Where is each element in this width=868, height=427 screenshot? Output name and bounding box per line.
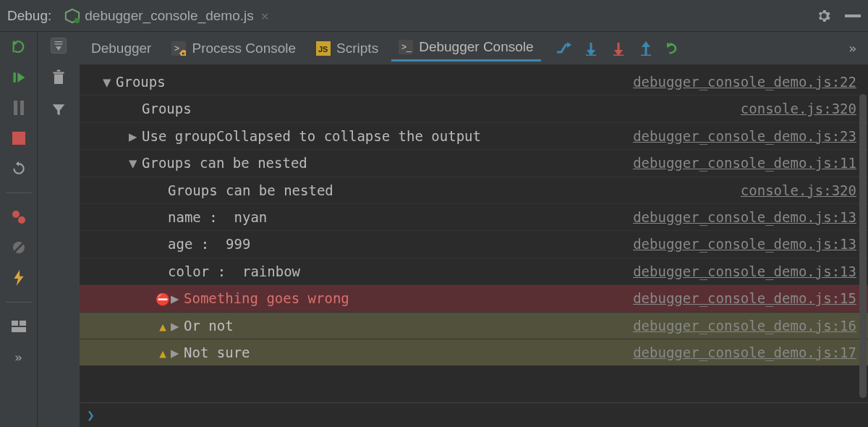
console-entry[interactable]: color : rainbowdebugger_console_demo.js:… (80, 258, 868, 284)
caret-down-icon[interactable]: ▼ (103, 71, 116, 93)
debug-left-toolbar: » (0, 32, 38, 427)
source-link[interactable]: debugger_console_demo.js:11 (633, 152, 856, 174)
entry-text: Not sure (184, 342, 626, 363)
source-link[interactable]: debugger_console_demo.js:23 (633, 125, 856, 147)
entry-text: Groups (116, 71, 626, 93)
rerun-icon[interactable] (11, 39, 27, 55)
svg-marker-14 (14, 270, 23, 286)
tab-label: Debugger (91, 41, 151, 56)
svg-rect-16 (20, 321, 26, 326)
source-link[interactable]: debugger_console_demo.js:16 (633, 315, 856, 337)
step-toolbar (556, 41, 681, 56)
svg-point-11 (18, 216, 25, 224)
scroll-to-end-icon[interactable] (51, 38, 67, 54)
error-icon: ⛔ (156, 292, 170, 306)
tab-label: Process Console (192, 41, 296, 56)
console-icon: >_ (399, 40, 413, 54)
console-toolbar (38, 32, 80, 427)
source-link[interactable]: console.js:320 (741, 179, 856, 201)
console-prompt[interactable]: ❯ (80, 402, 868, 427)
svg-rect-22 (54, 72, 64, 74)
pause-icon[interactable] (11, 100, 27, 116)
tab-debugger-console[interactable]: >_ Debugger Console (391, 35, 540, 62)
svg-rect-6 (14, 101, 17, 115)
source-link[interactable]: debugger_console_demo.js:13 (633, 261, 856, 282)
minimize-icon[interactable] (845, 14, 861, 18)
resume-icon[interactable] (11, 69, 27, 85)
svg-rect-15 (12, 321, 18, 326)
console-entry[interactable]: ▼Groups can be nesteddebugger_console_de… (80, 149, 868, 176)
source-link[interactable]: debugger_console_demo.js:15 (633, 287, 856, 309)
console-entry[interactable]: ▲▶Or notdebugger_console_demo.js:16 (80, 312, 868, 339)
svg-marker-20 (56, 46, 61, 50)
console-entry[interactable]: name : nyandebugger_console_demo.js:13 (80, 203, 868, 230)
more-icon[interactable]: » (11, 349, 27, 365)
console-entry[interactable]: ▼Groupsdebugger_console_demo.js:22 (80, 68, 868, 95)
step-into-icon[interactable] (610, 41, 626, 56)
overflow-icon[interactable]: » (848, 41, 864, 56)
separator (6, 193, 32, 193)
svg-rect-8 (12, 132, 25, 145)
debug-titlebar: Debug: debugger_console_demo.js ✕ (0, 0, 868, 32)
file-name: debugger_console_demo.js (85, 8, 253, 24)
caret-right-icon[interactable]: ▶ (129, 125, 142, 147)
step-out-icon[interactable] (638, 41, 654, 56)
main-panel: Debugger >_ Process Console JS Scripts >… (80, 32, 868, 427)
debug-tabs: Debugger >_ Process Console JS Scripts >… (80, 32, 868, 65)
entry-text: Groups can be nested (142, 152, 626, 174)
caret-right-icon[interactable]: ▶ (171, 315, 184, 337)
svg-marker-5 (17, 72, 25, 82)
show-execution-point-icon[interactable] (556, 41, 571, 56)
mute-breakpoints-icon[interactable] (11, 240, 27, 255)
svg-point-10 (12, 211, 20, 218)
svg-rect-23 (57, 70, 61, 72)
svg-rect-21 (54, 75, 63, 85)
gear-icon[interactable] (816, 8, 832, 24)
svg-marker-41 (642, 41, 650, 47)
entry-text: Use groupCollapsed to collapse the outpu… (142, 125, 626, 147)
close-tab-icon[interactable]: ✕ (261, 8, 269, 23)
console-entry[interactable]: age : 999debugger_console_demo.js:13 (80, 230, 868, 257)
console-entry[interactable]: ▶Use groupCollapsed to collapse the outp… (80, 122, 868, 149)
view-breakpoints-icon[interactable] (11, 209, 27, 225)
panel-title: Debug: (7, 8, 51, 24)
scrollbar[interactable] (859, 94, 867, 398)
nodejs-icon (64, 8, 80, 24)
svg-marker-24 (53, 104, 65, 115)
tab-debugger[interactable]: Debugger (84, 36, 158, 61)
step-over-icon[interactable] (583, 41, 599, 56)
entry-text: Groups (142, 98, 733, 119)
prompt-caret-icon: ❯ (87, 407, 95, 423)
clear-icon[interactable] (51, 69, 67, 85)
svg-rect-4 (13, 72, 15, 82)
layout-icon[interactable] (11, 318, 27, 334)
separator (6, 302, 32, 303)
source-link[interactable]: debugger_console_demo.js:13 (633, 233, 856, 255)
tab-process-console[interactable]: >_ Process Console (164, 36, 303, 61)
source-link[interactable]: debugger_console_demo.js:22 (633, 71, 856, 93)
svg-text:>_: >_ (401, 42, 412, 52)
caret-right-icon[interactable]: ▶ (171, 287, 184, 309)
tab-label: Scripts (336, 41, 378, 56)
run-to-cursor-icon[interactable] (665, 41, 681, 56)
console-icon: >_ (171, 41, 186, 56)
warning-icon: ▲ (159, 320, 166, 334)
restart-icon[interactable] (11, 161, 27, 177)
console-entry[interactable]: Groupsconsole.js:320 (80, 95, 868, 122)
svg-rect-7 (20, 101, 24, 115)
filter-icon[interactable] (51, 101, 67, 117)
console-entry[interactable]: ⛔▶Something goes wrongdebugger_console_d… (80, 284, 868, 311)
tab-label: Debugger Console (419, 39, 533, 55)
console-output[interactable]: ▼Groupsdebugger_console_demo.js:22Groups… (80, 65, 868, 402)
source-link[interactable]: debugger_console_demo.js:13 (633, 206, 856, 228)
source-link[interactable]: debugger_console_demo.js:17 (633, 342, 856, 363)
stop-icon[interactable] (11, 130, 27, 146)
caret-right-icon[interactable]: ▶ (171, 342, 184, 363)
lightning-icon[interactable] (11, 270, 27, 286)
tab-scripts[interactable]: JS Scripts (309, 36, 386, 61)
warning-icon: ▲ (159, 347, 166, 360)
source-link[interactable]: console.js:320 (741, 98, 856, 119)
console-entry[interactable]: ▲▶Not suredebugger_console_demo.js:17 (80, 339, 868, 365)
caret-down-icon[interactable]: ▼ (129, 152, 142, 174)
console-entry[interactable]: Groups can be nestedconsole.js:320 (80, 177, 868, 203)
